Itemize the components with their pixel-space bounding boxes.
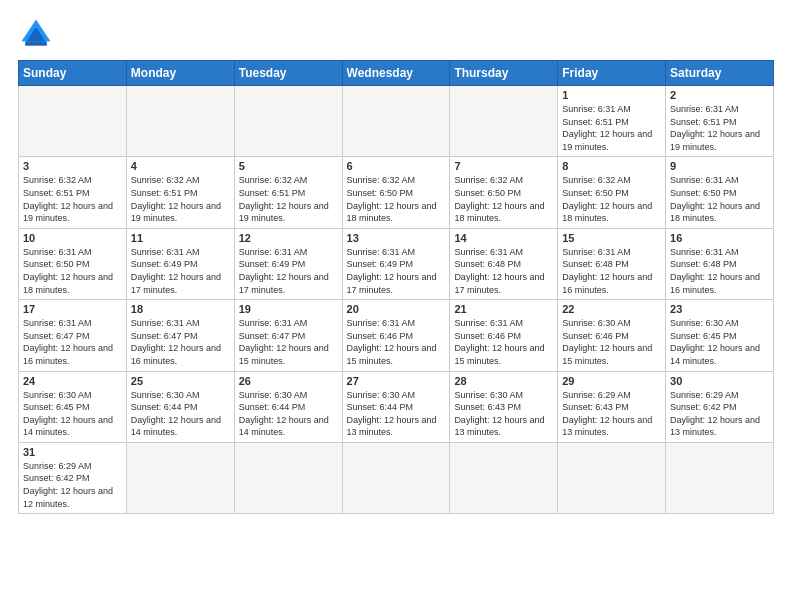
day-number: 1 — [562, 89, 661, 101]
day-info: Sunrise: 6:32 AM Sunset: 6:51 PM Dayligh… — [131, 174, 230, 224]
calendar-cell: 1Sunrise: 6:31 AM Sunset: 6:51 PM Daylig… — [558, 86, 666, 157]
day-number: 5 — [239, 160, 338, 172]
calendar-cell: 12Sunrise: 6:31 AM Sunset: 6:49 PM Dayli… — [234, 228, 342, 299]
calendar-table: SundayMondayTuesdayWednesdayThursdayFrid… — [18, 60, 774, 514]
calendar-cell — [558, 442, 666, 513]
day-info: Sunrise: 6:31 AM Sunset: 6:46 PM Dayligh… — [347, 317, 446, 367]
calendar-cell: 20Sunrise: 6:31 AM Sunset: 6:46 PM Dayli… — [342, 300, 450, 371]
day-number: 26 — [239, 375, 338, 387]
calendar-cell: 17Sunrise: 6:31 AM Sunset: 6:47 PM Dayli… — [19, 300, 127, 371]
day-number: 19 — [239, 303, 338, 315]
header — [18, 16, 774, 52]
day-number: 9 — [670, 160, 769, 172]
calendar-cell: 23Sunrise: 6:30 AM Sunset: 6:45 PM Dayli… — [666, 300, 774, 371]
calendar-cell — [126, 86, 234, 157]
day-info: Sunrise: 6:30 AM Sunset: 6:45 PM Dayligh… — [23, 389, 122, 439]
calendar-cell: 30Sunrise: 6:29 AM Sunset: 6:42 PM Dayli… — [666, 371, 774, 442]
day-number: 2 — [670, 89, 769, 101]
calendar-cell: 5Sunrise: 6:32 AM Sunset: 6:51 PM Daylig… — [234, 157, 342, 228]
day-number: 4 — [131, 160, 230, 172]
day-number: 16 — [670, 232, 769, 244]
day-info: Sunrise: 6:31 AM Sunset: 6:47 PM Dayligh… — [131, 317, 230, 367]
day-number: 21 — [454, 303, 553, 315]
day-number: 29 — [562, 375, 661, 387]
calendar-cell: 11Sunrise: 6:31 AM Sunset: 6:49 PM Dayli… — [126, 228, 234, 299]
day-number: 12 — [239, 232, 338, 244]
calendar-cell: 22Sunrise: 6:30 AM Sunset: 6:46 PM Dayli… — [558, 300, 666, 371]
calendar-cell: 29Sunrise: 6:29 AM Sunset: 6:43 PM Dayli… — [558, 371, 666, 442]
day-info: Sunrise: 6:30 AM Sunset: 6:44 PM Dayligh… — [239, 389, 338, 439]
day-number: 14 — [454, 232, 553, 244]
calendar-cell — [450, 442, 558, 513]
calendar-cell: 31Sunrise: 6:29 AM Sunset: 6:42 PM Dayli… — [19, 442, 127, 513]
calendar-cell — [234, 86, 342, 157]
day-info: Sunrise: 6:31 AM Sunset: 6:49 PM Dayligh… — [131, 246, 230, 296]
calendar-cell: 16Sunrise: 6:31 AM Sunset: 6:48 PM Dayli… — [666, 228, 774, 299]
day-number: 7 — [454, 160, 553, 172]
day-info: Sunrise: 6:31 AM Sunset: 6:46 PM Dayligh… — [454, 317, 553, 367]
calendar-cell: 6Sunrise: 6:32 AM Sunset: 6:50 PM Daylig… — [342, 157, 450, 228]
day-number: 24 — [23, 375, 122, 387]
day-number: 27 — [347, 375, 446, 387]
day-info: Sunrise: 6:31 AM Sunset: 6:50 PM Dayligh… — [23, 246, 122, 296]
day-info: Sunrise: 6:31 AM Sunset: 6:49 PM Dayligh… — [239, 246, 338, 296]
calendar-cell — [19, 86, 127, 157]
calendar-cell: 7Sunrise: 6:32 AM Sunset: 6:50 PM Daylig… — [450, 157, 558, 228]
calendar-cell: 13Sunrise: 6:31 AM Sunset: 6:49 PM Dayli… — [342, 228, 450, 299]
calendar-cell: 8Sunrise: 6:32 AM Sunset: 6:50 PM Daylig… — [558, 157, 666, 228]
day-info: Sunrise: 6:32 AM Sunset: 6:50 PM Dayligh… — [454, 174, 553, 224]
calendar-day-header: Wednesday — [342, 61, 450, 86]
calendar-week-row: 10Sunrise: 6:31 AM Sunset: 6:50 PM Dayli… — [19, 228, 774, 299]
day-number: 13 — [347, 232, 446, 244]
calendar-cell — [666, 442, 774, 513]
day-info: Sunrise: 6:31 AM Sunset: 6:48 PM Dayligh… — [562, 246, 661, 296]
day-info: Sunrise: 6:30 AM Sunset: 6:43 PM Dayligh… — [454, 389, 553, 439]
day-info: Sunrise: 6:31 AM Sunset: 6:48 PM Dayligh… — [454, 246, 553, 296]
calendar-cell: 3Sunrise: 6:32 AM Sunset: 6:51 PM Daylig… — [19, 157, 127, 228]
svg-rect-2 — [25, 41, 47, 46]
calendar-cell — [234, 442, 342, 513]
calendar-cell: 21Sunrise: 6:31 AM Sunset: 6:46 PM Dayli… — [450, 300, 558, 371]
calendar-cell: 28Sunrise: 6:30 AM Sunset: 6:43 PM Dayli… — [450, 371, 558, 442]
day-info: Sunrise: 6:31 AM Sunset: 6:51 PM Dayligh… — [562, 103, 661, 153]
day-number: 23 — [670, 303, 769, 315]
day-info: Sunrise: 6:29 AM Sunset: 6:43 PM Dayligh… — [562, 389, 661, 439]
calendar-week-row: 24Sunrise: 6:30 AM Sunset: 6:45 PM Dayli… — [19, 371, 774, 442]
calendar-cell: 14Sunrise: 6:31 AM Sunset: 6:48 PM Dayli… — [450, 228, 558, 299]
day-number: 11 — [131, 232, 230, 244]
calendar-day-header: Sunday — [19, 61, 127, 86]
day-info: Sunrise: 6:31 AM Sunset: 6:47 PM Dayligh… — [23, 317, 122, 367]
calendar-cell — [342, 442, 450, 513]
calendar-cell: 10Sunrise: 6:31 AM Sunset: 6:50 PM Dayli… — [19, 228, 127, 299]
day-info: Sunrise: 6:29 AM Sunset: 6:42 PM Dayligh… — [23, 460, 122, 510]
day-number: 18 — [131, 303, 230, 315]
day-info: Sunrise: 6:30 AM Sunset: 6:44 PM Dayligh… — [131, 389, 230, 439]
day-info: Sunrise: 6:31 AM Sunset: 6:47 PM Dayligh… — [239, 317, 338, 367]
calendar-cell: 4Sunrise: 6:32 AM Sunset: 6:51 PM Daylig… — [126, 157, 234, 228]
calendar-cell: 18Sunrise: 6:31 AM Sunset: 6:47 PM Dayli… — [126, 300, 234, 371]
day-number: 10 — [23, 232, 122, 244]
calendar-day-header: Saturday — [666, 61, 774, 86]
calendar-week-row: 3Sunrise: 6:32 AM Sunset: 6:51 PM Daylig… — [19, 157, 774, 228]
day-info: Sunrise: 6:30 AM Sunset: 6:46 PM Dayligh… — [562, 317, 661, 367]
day-info: Sunrise: 6:31 AM Sunset: 6:51 PM Dayligh… — [670, 103, 769, 153]
day-info: Sunrise: 6:30 AM Sunset: 6:45 PM Dayligh… — [670, 317, 769, 367]
calendar-cell: 27Sunrise: 6:30 AM Sunset: 6:44 PM Dayli… — [342, 371, 450, 442]
logo — [18, 16, 60, 52]
day-number: 6 — [347, 160, 446, 172]
day-info: Sunrise: 6:32 AM Sunset: 6:51 PM Dayligh… — [239, 174, 338, 224]
day-number: 17 — [23, 303, 122, 315]
day-number: 3 — [23, 160, 122, 172]
calendar-day-header: Thursday — [450, 61, 558, 86]
day-info: Sunrise: 6:32 AM Sunset: 6:51 PM Dayligh… — [23, 174, 122, 224]
calendar-week-row: 17Sunrise: 6:31 AM Sunset: 6:47 PM Dayli… — [19, 300, 774, 371]
day-info: Sunrise: 6:30 AM Sunset: 6:44 PM Dayligh… — [347, 389, 446, 439]
calendar-cell: 24Sunrise: 6:30 AM Sunset: 6:45 PM Dayli… — [19, 371, 127, 442]
day-number: 20 — [347, 303, 446, 315]
calendar-cell — [450, 86, 558, 157]
day-number: 22 — [562, 303, 661, 315]
calendar-cell: 15Sunrise: 6:31 AM Sunset: 6:48 PM Dayli… — [558, 228, 666, 299]
day-number: 31 — [23, 446, 122, 458]
calendar-day-header: Friday — [558, 61, 666, 86]
day-number: 30 — [670, 375, 769, 387]
